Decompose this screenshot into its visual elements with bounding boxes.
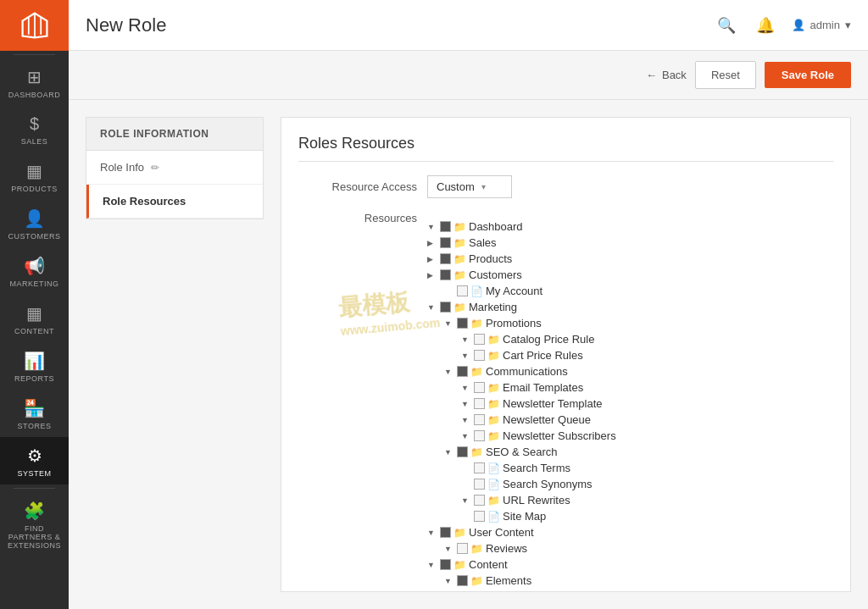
action-bar: ← Back Reset Save Role	[69, 51, 868, 100]
tree-checkbox[interactable]	[474, 430, 485, 441]
tree-toggle-icon[interactable]: ▼	[427, 303, 437, 312]
sidebar-item-products[interactable]: ▦ PRODUCTS	[0, 152, 69, 200]
folder-icon: 📁	[453, 221, 466, 233]
tree-item: ▶📁Customers	[427, 267, 616, 283]
tree-checkbox[interactable]	[440, 253, 451, 264]
tree-label: Cart Price Rules	[503, 349, 583, 362]
tree-toggle-icon[interactable]: ▼	[461, 384, 471, 392]
sidebar-logo	[0, 0, 69, 51]
role-info-label: Role Info	[100, 161, 144, 174]
search-button[interactable]: 🔍	[714, 13, 739, 38]
folder-icon: 📄	[487, 462, 500, 474]
back-button[interactable]: ← Back	[646, 69, 687, 81]
tree-item: ▼📁Dashboard	[427, 219, 616, 235]
tree-checkbox[interactable]	[474, 398, 485, 409]
tree-checkbox[interactable]	[474, 414, 485, 425]
tree-checkbox[interactable]	[474, 350, 485, 361]
tree-toggle-icon[interactable]: ▶	[427, 239, 437, 247]
sidebar-item-marketing[interactable]: 📢 MARKETING	[0, 247, 69, 295]
resource-access-row: Resource Access Custom ▾	[298, 175, 833, 198]
tree-label: Newsletter Subscribers	[503, 429, 616, 442]
tree-checkbox[interactable]	[474, 495, 485, 506]
folder-icon: 📁	[487, 398, 500, 410]
tree-toggle-icon[interactable]: ▼	[461, 432, 471, 440]
tree-checkbox[interactable]	[474, 382, 485, 393]
tree-checkbox[interactable]	[440, 559, 451, 570]
tree-toggle-icon[interactable]: ▼	[444, 577, 454, 585]
tree-checkbox[interactable]	[440, 302, 451, 313]
tree-toggle-icon[interactable]: ▼	[444, 545, 454, 553]
tree-checkbox[interactable]	[457, 366, 468, 377]
sidebar-item-customers[interactable]: 👤 CUSTOMERS	[0, 200, 69, 247]
tree-toggle-icon[interactable]: ▼	[444, 319, 454, 328]
reset-button[interactable]: Reset	[695, 61, 756, 89]
customers-icon: 👤	[24, 208, 45, 229]
nav-item-role-info[interactable]: Role Info ✏	[86, 151, 263, 185]
tree-checkbox[interactable]	[474, 591, 485, 592]
role-info-panel: ROLE INFORMATION Role Info ✏ Role Resour…	[86, 117, 264, 219]
tree-toggle-icon[interactable]: ▼	[461, 400, 471, 408]
tree-toggle-icon[interactable]: ▼	[427, 223, 437, 231]
admin-menu[interactable]: 👤 admin ▾	[792, 19, 851, 31]
tree-checkbox[interactable]	[474, 462, 485, 473]
sidebar-item-dashboard[interactable]: ⊞ DASHBOARD	[0, 58, 69, 106]
sidebar-item-label: PRODUCTS	[11, 185, 58, 193]
admin-avatar-icon: 👤	[792, 19, 805, 31]
tree-checkbox[interactable]	[474, 511, 485, 522]
sidebar-item-reports[interactable]: 📊 REPORTS	[0, 342, 69, 390]
tree-item: ▶📁Products	[427, 251, 616, 267]
tree-label: URL Rewrites	[503, 494, 570, 507]
tree-toggle-icon[interactable]: ▼	[461, 416, 471, 424]
folder-icon: 📁	[487, 495, 500, 507]
resources-row: Resources ▼📁Dashboard▶📁Sales▶📁Products▶📁…	[298, 212, 833, 592]
tree-checkbox[interactable]	[440, 221, 451, 232]
tree-item: ▶📁Sales	[427, 235, 616, 251]
section-title: Roles Resources	[298, 135, 833, 162]
tree-item: ▼📁SEO & Search	[427, 444, 616, 460]
sidebar-item-content[interactable]: ▦ CONTENT	[0, 295, 69, 342]
resource-access-dropdown[interactable]: Custom ▾	[427, 175, 512, 198]
tree-checkbox[interactable]	[457, 446, 468, 457]
tree-toggle-icon[interactable]: ▼	[427, 561, 437, 569]
sidebar-item-system[interactable]: ⚙ SYSTEM	[0, 437, 69, 484]
tree-toggle-icon[interactable]: ▼	[461, 496, 471, 505]
products-icon: ▦	[26, 161, 42, 181]
tree-toggle-icon[interactable]: ▼	[461, 335, 471, 344]
sidebar-item-sales[interactable]: $ SALES	[0, 106, 69, 152]
tree-checkbox[interactable]	[440, 237, 451, 248]
tree-item: ▼📁Newsletter Queue	[427, 412, 616, 428]
tree-toggle-icon[interactable]: ▶	[427, 271, 437, 280]
tree-item: ▼📁Promotions	[427, 315, 616, 331]
sidebar-item-label: CONTENT	[14, 327, 54, 335]
role-resources-label: Role Resources	[103, 195, 186, 208]
tree-label: User Content	[469, 526, 534, 539]
tree-checkbox[interactable]	[440, 269, 451, 280]
tree-toggle-icon[interactable]: ▼	[444, 448, 454, 457]
tree-toggle-icon[interactable]: ▶	[427, 255, 437, 263]
sidebar-item-label: SYSTEM	[17, 469, 51, 478]
sidebar: ⊞ DASHBOARD $ SALES ▦ PRODUCTS 👤 CUSTOME…	[0, 0, 69, 609]
tree-toggle-icon[interactable]: ▼	[461, 352, 471, 360]
admin-label: admin	[810, 19, 840, 31]
resource-access-value: Custom	[437, 180, 475, 193]
sidebar-item-label: CUSTOMERS	[8, 232, 61, 241]
tree-checkbox[interactable]	[474, 334, 485, 345]
tree-checkbox[interactable]	[440, 527, 451, 538]
tree-checkbox[interactable]	[457, 543, 468, 554]
save-role-button[interactable]: Save Role	[765, 62, 851, 88]
sidebar-item-find-partners[interactable]: 🧩 FIND PARTNERS & EXTENSIONS	[0, 492, 69, 556]
notifications-button[interactable]: 🔔	[753, 13, 778, 38]
sidebar-item-stores[interactable]: 🏪 STORES	[0, 390, 69, 437]
nav-item-role-resources[interactable]: Role Resources	[86, 185, 263, 219]
tree-label: Search Synonyms	[503, 478, 593, 490]
tree-toggle-icon[interactable]: ▼	[444, 368, 454, 376]
tree-checkbox[interactable]	[457, 318, 468, 329]
tree-checkbox[interactable]	[457, 575, 468, 586]
tree-label: Customers	[469, 269, 522, 281]
tree-item: 📄Site Map	[427, 508, 616, 524]
sidebar-divider	[14, 54, 55, 55]
tree-toggle-icon[interactable]: ▼	[427, 529, 437, 537]
folder-icon: 📁	[487, 430, 500, 442]
tree-checkbox[interactable]	[474, 479, 485, 490]
tree-checkbox[interactable]	[457, 285, 468, 296]
